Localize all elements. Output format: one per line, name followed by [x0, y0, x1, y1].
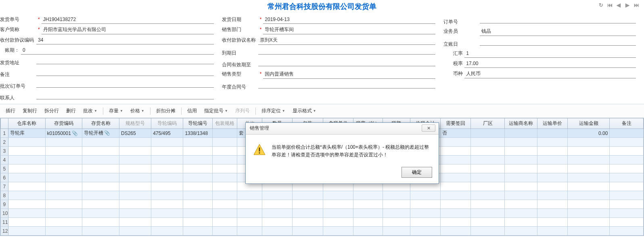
col-header[interactable]: 运输单价	[537, 118, 568, 129]
cell[interactable]	[183, 147, 213, 156]
cell[interactable]	[82, 182, 119, 191]
cell[interactable]	[213, 138, 237, 147]
cell[interactable]	[8, 147, 45, 156]
cell[interactable]	[323, 191, 353, 200]
cell[interactable]	[568, 218, 610, 227]
cell[interactable]	[119, 156, 151, 164]
cell[interactable]: 475/495	[151, 129, 183, 138]
cell[interactable]	[45, 227, 82, 236]
cell[interactable]	[82, 173, 119, 182]
cell[interactable]	[610, 227, 644, 236]
table-row[interactable]: 8	[1, 191, 644, 200]
cell[interactable]	[471, 164, 504, 173]
toolbar-信用[interactable]: 信用	[184, 106, 200, 116]
cell[interactable]	[8, 164, 45, 173]
table-row[interactable]: 12	[1, 227, 644, 236]
cell[interactable]	[353, 218, 383, 227]
cell[interactable]	[568, 138, 610, 147]
cell[interactable]	[537, 173, 568, 182]
cell[interactable]	[213, 200, 237, 209]
cell[interactable]	[471, 191, 504, 200]
field-value[interactable]: JH1904138272	[42, 17, 214, 24]
cell[interactable]	[119, 173, 151, 182]
cell[interactable]	[183, 200, 213, 209]
cell[interactable]	[213, 129, 237, 138]
cell[interactable]	[410, 218, 441, 227]
field-value[interactable]	[258, 81, 436, 88]
cell[interactable]: DS265	[119, 129, 151, 138]
field-value[interactable]: 导轮开槽车间	[263, 26, 435, 34]
cell[interactable]	[213, 191, 237, 200]
cell[interactable]: 否	[441, 129, 471, 138]
cell[interactable]	[441, 182, 471, 191]
cell[interactable]	[151, 209, 183, 218]
cell[interactable]	[441, 191, 471, 200]
attachment-icon[interactable]: 📎	[104, 130, 110, 136]
cell[interactable]	[119, 147, 151, 156]
col-header[interactable]: 备注	[610, 118, 644, 129]
cell[interactable]	[504, 173, 537, 182]
cell[interactable]	[383, 227, 410, 236]
field-value[interactable]: 钱晶	[480, 28, 636, 36]
field-value[interactable]	[36, 92, 214, 99]
cell[interactable]	[353, 200, 383, 209]
cell[interactable]	[151, 218, 183, 227]
cell[interactable]	[82, 191, 119, 200]
cell[interactable]	[119, 191, 151, 200]
toolbar-删行[interactable]: 删行	[63, 106, 79, 116]
cell[interactable]	[441, 227, 471, 236]
cell[interactable]	[568, 173, 610, 182]
cell[interactable]	[471, 173, 504, 182]
cell[interactable]	[353, 209, 383, 218]
cell[interactable]	[119, 164, 151, 173]
first-icon[interactable]: ⏮	[606, 2, 613, 8]
cell[interactable]	[537, 138, 568, 147]
field-value[interactable]: 0	[21, 47, 214, 55]
cell[interactable]	[183, 209, 213, 218]
col-header[interactable]: 运输商名称	[504, 118, 537, 129]
cell[interactable]	[237, 227, 262, 236]
col-header[interactable]: 厂区	[471, 118, 504, 129]
col-header[interactable]: 存货编码	[45, 118, 82, 129]
cell[interactable]	[568, 182, 610, 191]
cell[interactable]	[151, 200, 183, 209]
cell[interactable]	[537, 209, 568, 218]
cell[interactable]	[183, 191, 213, 200]
cell[interactable]	[504, 209, 537, 218]
cell[interactable]	[504, 138, 537, 147]
field-value[interactable]	[36, 80, 214, 88]
cell[interactable]	[441, 200, 471, 209]
cell[interactable]	[610, 147, 644, 156]
cell[interactable]	[8, 173, 45, 182]
cell[interactable]	[45, 156, 82, 164]
cell[interactable]	[568, 164, 610, 173]
toolbar-插行[interactable]: 插行	[2, 106, 19, 116]
toolbar-存量[interactable]: 存量▼	[106, 106, 126, 116]
cell[interactable]	[441, 218, 471, 227]
cell[interactable]	[183, 138, 213, 147]
cell[interactable]	[262, 200, 293, 209]
cell[interactable]	[262, 227, 293, 236]
cell[interactable]	[293, 218, 323, 227]
cell[interactable]	[568, 147, 610, 156]
cell[interactable]	[441, 147, 471, 156]
cell[interactable]	[504, 164, 537, 173]
cell[interactable]: 0.00	[568, 129, 610, 138]
cell[interactable]	[8, 191, 45, 200]
cell[interactable]	[262, 218, 293, 227]
cell[interactable]	[568, 156, 610, 164]
cell[interactable]	[213, 164, 237, 173]
field-value[interactable]: 1	[464, 51, 636, 58]
cell[interactable]	[237, 218, 262, 227]
cell[interactable]	[537, 182, 568, 191]
cell[interactable]	[471, 156, 504, 164]
cell[interactable]	[8, 218, 45, 227]
cell[interactable]	[213, 147, 237, 156]
table-row[interactable]: 10	[1, 209, 644, 218]
cell[interactable]	[568, 191, 610, 200]
cell[interactable]	[213, 227, 237, 236]
close-icon[interactable]: ✕	[422, 124, 435, 132]
col-header[interactable]: 需要签回	[441, 118, 471, 129]
cell[interactable]	[237, 209, 262, 218]
cell[interactable]	[610, 218, 644, 227]
